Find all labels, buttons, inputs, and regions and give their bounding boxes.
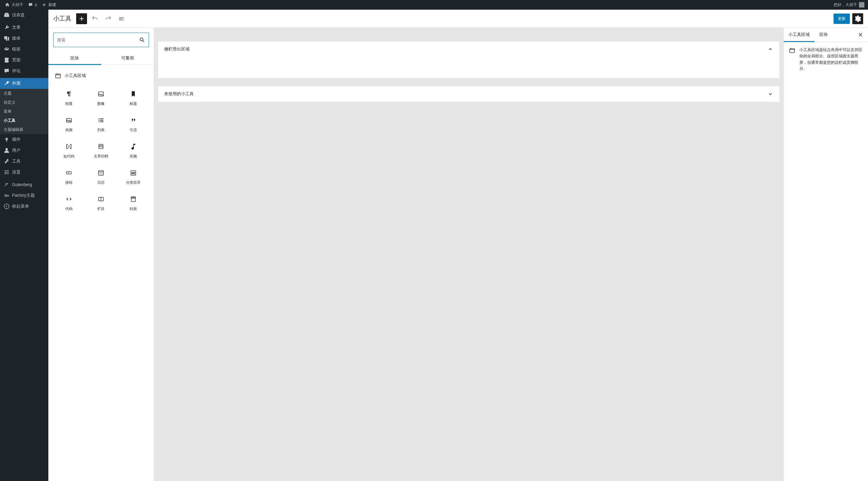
sidebar-item-appearance[interactable]: 外观	[0, 78, 49, 89]
inserter-category-label: 小工具区域	[65, 73, 86, 78]
block-item-audio[interactable]: 音频	[118, 138, 149, 164]
widget-area-body[interactable]	[158, 57, 779, 78]
search-icon	[139, 37, 145, 43]
sidebar-subitem[interactable]: 主题编辑器	[0, 125, 49, 134]
widget-area-title: 未使用的小工具	[164, 91, 194, 97]
sidebar-subitem[interactable]: 菜单	[0, 107, 49, 116]
bookmark-icon	[130, 90, 137, 98]
columns-icon	[97, 195, 104, 203]
editor-canvas: 侧栏滑出区域未使用的小工具	[154, 28, 783, 481]
sidebar-item-factory[interactable]: XinFactory主题	[0, 190, 49, 201]
svg-point-10	[132, 172, 132, 173]
sidebar-item-media[interactable]: 媒体	[0, 33, 49, 44]
home-icon	[5, 2, 10, 7]
audio-icon	[130, 143, 137, 150]
categories-icon	[130, 169, 137, 177]
sidebar-item-tools[interactable]: 工具	[0, 156, 49, 167]
svg-rect-3	[56, 74, 60, 78]
inserter-toggle-button[interactable]	[76, 13, 87, 24]
sidebar-item-plugins[interactable]: 插件	[0, 134, 49, 145]
widget-area-toggle[interactable]: 未使用的小工具	[158, 86, 779, 102]
undo-button[interactable]	[89, 13, 100, 24]
adminbar-new[interactable]: 新建	[39, 0, 59, 10]
block-label: 日历	[97, 180, 104, 185]
block-item-columns[interactable]: 栏目	[85, 191, 117, 216]
sidebar-item-label: 工具	[12, 159, 21, 164]
block-item-gallery[interactable]: 画廊	[53, 112, 85, 137]
widget-area-toggle[interactable]: 侧栏滑出区域	[158, 41, 779, 57]
svg-point-0	[5, 148, 8, 151]
plug-icon	[4, 136, 10, 142]
block-label: 按钮	[65, 180, 72, 185]
chevron-down-icon	[767, 91, 773, 97]
widget-area-icon	[788, 47, 796, 72]
block-label: 栏目	[97, 206, 104, 212]
block-item-archive[interactable]: 文章归档	[85, 138, 117, 164]
image-icon	[97, 90, 104, 98]
svg-point-13	[132, 173, 132, 174]
adminbar-site[interactable]: 大胡子	[2, 0, 26, 10]
collapse-icon	[4, 203, 10, 210]
search-input[interactable]	[57, 37, 139, 42]
inserter-tabs: 区块 可重用	[49, 52, 154, 65]
sidebar-item-links[interactable]: 链接	[0, 44, 49, 55]
block-item-calendar[interactable]: 日历	[85, 164, 117, 190]
sidebar-item-settings[interactable]: 设置	[0, 167, 49, 178]
tab-blocks[interactable]: 区块	[49, 52, 101, 65]
plus-icon	[42, 2, 46, 7]
block-label: 列表	[97, 128, 104, 133]
list-view-button[interactable]	[116, 13, 127, 24]
svg-point-2	[140, 38, 143, 41]
sliders-icon	[4, 169, 10, 175]
sidebar-item-collapse[interactable]: 收起菜单	[0, 201, 49, 212]
calendar-icon	[97, 169, 104, 177]
sidebar-item-label: 插件	[12, 137, 21, 142]
block-item-categories[interactable]: 分类目录	[118, 164, 149, 190]
tab-block[interactable]: 区块	[814, 28, 833, 42]
block-item-button[interactable]: 按钮	[53, 164, 85, 190]
adminbar-account[interactable]: 您好，大胡子	[834, 2, 866, 7]
sidebar-item-users[interactable]: 用户	[0, 145, 49, 156]
adminbar-comments[interactable]: 0	[26, 0, 39, 10]
comment-icon	[4, 68, 10, 74]
sidebar-item-label: 仪表盘	[12, 12, 25, 18]
block-item-quote[interactable]: 引语	[118, 112, 149, 137]
link-icon	[4, 46, 10, 52]
tab-reusable[interactable]: 可重用	[101, 52, 154, 65]
code-icon	[65, 195, 72, 203]
block-item-code[interactable]: 代码	[53, 191, 85, 216]
avatar	[859, 2, 864, 7]
adminbar-new-label: 新建	[49, 2, 56, 7]
block-label: 段落	[65, 101, 72, 106]
media-icon	[4, 35, 10, 41]
block-item-cover[interactable]: 封面	[118, 191, 149, 216]
block-item-bookmark[interactable]: 标题	[118, 86, 149, 111]
sidebar-subitem[interactable]: 小工具	[0, 116, 49, 125]
inserter-category: 小工具区域	[53, 70, 149, 86]
sidebar-item-label: 链接	[12, 46, 21, 52]
block-item-image[interactable]: 图像	[85, 86, 117, 111]
update-button[interactable]: 更新	[834, 13, 850, 24]
sidebar-item-label: 媒体	[12, 36, 21, 41]
sidebar-item-dashboard[interactable]: 仪表盘	[0, 10, 49, 21]
sidebar-subitem[interactable]: 自定义	[0, 98, 49, 107]
sidebar-item-comments[interactable]: 评论	[0, 66, 49, 76]
comment-icon	[28, 2, 33, 7]
block-item-shortcode[interactable]: 短代码	[53, 138, 85, 164]
block-item-paragraph[interactable]: 段落	[53, 86, 85, 111]
block-item-list[interactable]: 列表	[85, 112, 117, 137]
sidebar-item-gutenberg[interactable]: Gutenberg	[0, 179, 49, 190]
sidebar-item-pages[interactable]: 页面	[0, 55, 49, 66]
sidebar-item-label: 收起菜单	[12, 204, 29, 209]
sidebar-item-posts[interactable]: 文章	[0, 22, 49, 33]
redo-button[interactable]	[103, 13, 114, 24]
sidebar-subitem[interactable]: 主题	[0, 89, 49, 98]
tab-widget-area[interactable]: 小工具区域	[784, 28, 814, 42]
close-settings-button[interactable]	[853, 28, 868, 42]
settings-description: 小工具区域是站点布局中可以支持区块的全局部分。这些区域因主题而异，但通常都是您的…	[799, 47, 863, 72]
svg-rect-6	[99, 145, 103, 149]
quote-icon	[130, 117, 137, 124]
widget-area: 侧栏滑出区域	[158, 41, 780, 78]
widget-area-icon	[54, 72, 62, 79]
settings-toggle-button[interactable]	[852, 13, 863, 24]
